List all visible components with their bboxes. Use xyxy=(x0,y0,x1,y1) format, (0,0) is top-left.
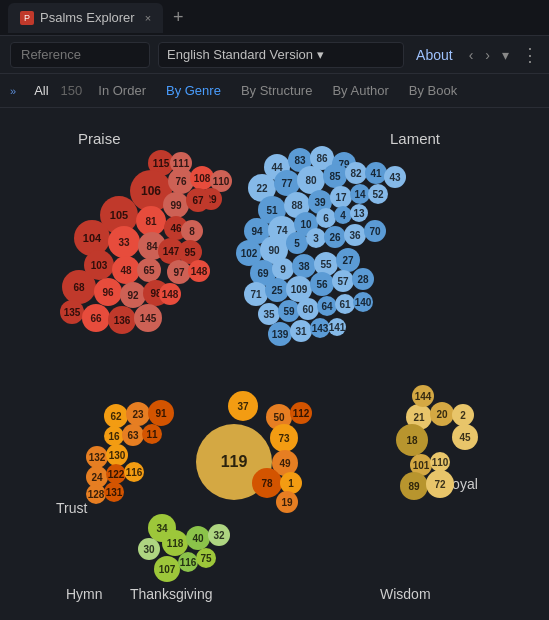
bubble-68[interactable]: 68 xyxy=(62,270,96,304)
bubble-148[interactable]: 148 xyxy=(159,283,181,305)
bubble-139[interactable]: 139 xyxy=(268,322,292,346)
tab-bar: P Psalms Explorer × + xyxy=(0,0,549,36)
bubble-96[interactable]: 96 xyxy=(94,278,122,306)
hymn-label: Hymn xyxy=(66,586,103,602)
bubble-143[interactable]: 143 xyxy=(310,318,330,338)
nav-by-genre[interactable]: By Genre xyxy=(158,79,229,102)
bubble-112[interactable]: 112 xyxy=(290,402,312,424)
bubble-72[interactable]: 72 xyxy=(426,470,454,498)
bubble-71[interactable]: 71 xyxy=(244,282,268,306)
dropdown-button[interactable]: ▾ xyxy=(498,45,513,65)
bubble-136[interactable]: 136 xyxy=(108,306,136,334)
forward-button[interactable]: › xyxy=(481,45,494,65)
new-tab-button[interactable]: + xyxy=(167,7,190,28)
bubble-73[interactable]: 73 xyxy=(270,424,298,452)
bubble-23[interactable]: 23 xyxy=(126,402,150,426)
bubble-43[interactable]: 43 xyxy=(384,166,406,188)
menu-button[interactable]: ⋮ xyxy=(521,44,539,66)
nav-all[interactable]: All xyxy=(26,79,56,102)
bubble-82[interactable]: 82 xyxy=(345,162,367,184)
bubble-14[interactable]: 14 xyxy=(350,184,370,204)
bubble-85[interactable]: 85 xyxy=(323,164,347,188)
nav-count: 150 xyxy=(61,83,83,98)
bubble-11[interactable]: 11 xyxy=(142,424,162,444)
bubble-67[interactable]: 67 xyxy=(186,188,210,212)
bubble-18[interactable]: 18 xyxy=(396,424,428,456)
reference-input[interactable] xyxy=(10,42,150,68)
bubble-3[interactable]: 3 xyxy=(306,228,326,248)
bubble-140[interactable]: 140 xyxy=(353,292,373,312)
bubble-116[interactable]: 116 xyxy=(124,462,144,482)
about-label[interactable]: About xyxy=(412,47,457,63)
version-selector[interactable]: English Standard Version ▾ xyxy=(158,42,404,68)
bubble-65[interactable]: 65 xyxy=(137,258,161,282)
bubble-27[interactable]: 27 xyxy=(336,248,360,272)
trust-label: Trust xyxy=(56,500,87,516)
bubble-75[interactable]: 75 xyxy=(196,548,216,568)
bubble-131[interactable]: 131 xyxy=(104,482,124,502)
bubble-28[interactable]: 28 xyxy=(352,268,374,290)
toolbar-navigation: ‹ › ▾ xyxy=(465,45,513,65)
nav-by-book[interactable]: By Book xyxy=(401,79,465,102)
bubble-145[interactable]: 145 xyxy=(134,304,162,332)
psalms-tab[interactable]: P Psalms Explorer × xyxy=(8,3,163,33)
bubble-36[interactable]: 36 xyxy=(344,224,366,246)
bubble-56[interactable]: 56 xyxy=(310,272,334,296)
bubble-63[interactable]: 63 xyxy=(122,424,144,446)
nav-by-author[interactable]: By Author xyxy=(324,79,396,102)
bubble-5[interactable]: 5 xyxy=(286,232,308,254)
bubble-130[interactable]: 130 xyxy=(106,444,128,466)
toolbar: English Standard Version ▾ About ‹ › ▾ ⋮ xyxy=(0,36,549,74)
bubble-89[interactable]: 89 xyxy=(400,472,428,500)
bubble-6[interactable]: 6 xyxy=(316,208,336,228)
bubble-107[interactable]: 107 xyxy=(154,556,180,582)
bubble-30[interactable]: 30 xyxy=(138,538,160,560)
lament-label: Lament xyxy=(390,130,440,147)
bubble-31[interactable]: 31 xyxy=(290,320,312,342)
bubble-64[interactable]: 64 xyxy=(317,296,337,316)
bubble-110b[interactable]: 110 xyxy=(430,452,450,472)
bubble-61[interactable]: 61 xyxy=(335,294,355,314)
bubble-122[interactable]: 122 xyxy=(106,464,126,484)
nav-bar: » All 150 In Order By Genre By Structure… xyxy=(0,74,549,108)
bubble-26[interactable]: 26 xyxy=(324,226,346,248)
nav-in-order[interactable]: In Order xyxy=(90,79,154,102)
tab-close-button[interactable]: × xyxy=(145,12,151,24)
bubble-16[interactable]: 16 xyxy=(104,426,124,446)
bubble-128[interactable]: 128 xyxy=(86,484,106,504)
bubble-62[interactable]: 62 xyxy=(104,404,128,428)
bubble-38[interactable]: 38 xyxy=(292,254,316,278)
bubble-135[interactable]: 135 xyxy=(60,300,84,324)
bubble-132[interactable]: 132 xyxy=(86,446,108,468)
bubble-33[interactable]: 33 xyxy=(108,226,140,258)
expand-icon[interactable]: » xyxy=(10,85,16,97)
tab-label: Psalms Explorer xyxy=(40,10,135,25)
back-button[interactable]: ‹ xyxy=(465,45,478,65)
bubble-45[interactable]: 45 xyxy=(452,424,478,450)
bubble-32[interactable]: 32 xyxy=(208,524,230,546)
bubble-20[interactable]: 20 xyxy=(430,402,454,426)
bubble-116b[interactable]: 116 xyxy=(178,552,198,572)
bubble-40[interactable]: 40 xyxy=(186,526,210,550)
bubble-57[interactable]: 57 xyxy=(332,270,354,292)
bubble-52[interactable]: 52 xyxy=(368,184,388,204)
bubble-66[interactable]: 66 xyxy=(82,304,110,332)
bubble-extra1[interactable]: 148 xyxy=(188,260,210,282)
praise-label: Praise xyxy=(78,130,121,147)
wisdom-label: Wisdom xyxy=(380,586,431,602)
nav-by-structure[interactable]: By Structure xyxy=(233,79,321,102)
bubble-19[interactable]: 19 xyxy=(276,491,298,513)
bubble-8[interactable]: 8 xyxy=(181,220,203,242)
bubble-17[interactable]: 17 xyxy=(330,186,352,208)
bubble-13[interactable]: 13 xyxy=(350,204,368,222)
bubble-60[interactable]: 60 xyxy=(297,298,319,320)
bubble-78[interactable]: 78 xyxy=(252,468,282,498)
bubble-99[interactable]: 99 xyxy=(163,192,189,218)
bubble-144[interactable]: 144 xyxy=(412,385,434,407)
bubble-70[interactable]: 70 xyxy=(364,220,386,242)
bubble-37[interactable]: 37 xyxy=(228,391,258,421)
bubble-141[interactable]: 141 xyxy=(328,318,346,336)
bubble-9[interactable]: 9 xyxy=(272,258,294,280)
bubble-91[interactable]: 91 xyxy=(148,400,174,426)
bubble-2[interactable]: 2 xyxy=(452,404,474,426)
